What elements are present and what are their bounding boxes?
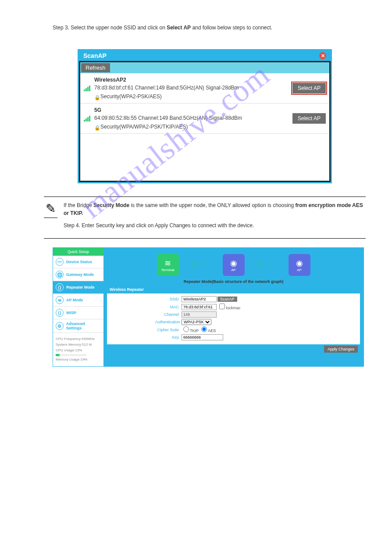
signal-icon	[84, 116, 92, 122]
ap-ssid: WirelessAP2	[94, 76, 292, 84]
topology-ap2: ◉ AP	[289, 254, 310, 276]
apply-changes-button[interactable]: Apply Changes	[324, 346, 358, 353]
step3-text: Step 3. Select the upper node SSID and c…	[53, 24, 366, 32]
ssid-label: SSID	[155, 297, 182, 301]
cpu-freq: CPU Frequency:535MHz	[56, 336, 101, 342]
note-text: If the Bridge Security Mode is the same …	[64, 201, 366, 229]
check-icon: ✓	[192, 262, 198, 268]
sidebar-item-repeater-mode[interactable]: ⟨⟩ Repeater Mode	[53, 281, 103, 294]
lock-icon: 🔒	[94, 124, 99, 129]
wifi-icon: ≋	[164, 258, 171, 268]
sidebar-item-label: AP Mode	[66, 298, 83, 302]
ap-list-item: WirelessAP2 78:d3:8d:bf:cf:61 Channel:14…	[80, 73, 329, 104]
square-icon: ◉	[296, 258, 303, 268]
refresh-button[interactable]: Refresh	[81, 63, 110, 72]
sidebar-item-label: Device Status	[66, 260, 92, 264]
sidebar-item-label: Gateway Mode	[66, 272, 94, 277]
ap-detail: 78:d3:8d:bf:cf:61 Channel:149 Band:5GHz(…	[94, 84, 292, 92]
select-ap-button[interactable]: Select AP	[292, 83, 326, 93]
select-ap-button[interactable]: Select AP	[292, 113, 326, 124]
network-topology: ≋ Terminal ✓← ◉ AP ✓← ◉ AP	[107, 251, 360, 278]
lock-icon: 🔒	[94, 94, 99, 99]
mac-label: MAC	[155, 305, 182, 309]
scanap-button[interactable]: ScanAP	[217, 297, 237, 302]
cipher-label: Cipher Suite	[155, 328, 182, 332]
sidebar-item-ap-mode[interactable]: ≋ AP Mode	[53, 294, 103, 307]
gear-icon: ⚙	[56, 322, 64, 330]
sidebar-item-label: WISP	[66, 311, 76, 315]
lockmac-checkbox[interactable]	[219, 304, 225, 309]
scanap-dialog: ScanAP ✕ Refresh WirelessAP2 78:d3:8d:bf…	[78, 49, 332, 183]
sidebar-quicksetup: Quick Setup	[53, 248, 103, 256]
topology-caption: Repeater Mode(Basic structure of the net…	[107, 278, 360, 286]
sidebar-item-label: Advanced Settings	[66, 322, 101, 330]
channel-label: Channel	[155, 312, 182, 317]
router-ui: Quick Setup 〰 Device Status 🌐 Gateway Mo…	[53, 247, 364, 367]
topology-arrow: ✓←	[192, 261, 210, 269]
panel-title: Wireless Repeater	[107, 286, 360, 293]
authentication-select[interactable]: WPA2-PSK	[182, 319, 211, 325]
sidebar-item-label: Repeater Mode	[66, 285, 95, 290]
topology-terminal: ≋ Terminal	[157, 254, 179, 276]
ap-detail: 64:09:80:52:8b:55 Channel:149 Band:5GHz(…	[94, 114, 292, 122]
sidebar-item-wisp[interactable]: ⟨⟩ WISP	[53, 307, 103, 319]
ap-info: 5G 64:09:80:52:8b:55 Channel:149 Band:5G…	[94, 106, 292, 131]
refresh-bar: Refresh	[80, 62, 329, 73]
cpu-usage-bar	[56, 354, 86, 356]
antenna-icon: ⟨⟩	[56, 283, 64, 291]
cpu-usage: CPU Usage:13%	[56, 348, 101, 354]
topology-arrow: ✓←	[258, 261, 275, 269]
system-stats: CPU Frequency:535MHz System Memory:512 M…	[53, 333, 103, 366]
sidebar-item-gateway-mode[interactable]: 🌐 Gateway Mode	[53, 268, 103, 281]
step4-text: Step 4. Enter Security key and click on …	[64, 222, 366, 229]
close-icon[interactable]: ✕	[319, 52, 326, 59]
square-icon: ◉	[230, 258, 237, 268]
globe-icon: 🌐	[56, 271, 64, 279]
check-icon: ✓	[258, 262, 264, 268]
lockmac-option[interactable]: lockmac	[219, 304, 241, 310]
key-input[interactable]	[182, 334, 223, 340]
channel-input[interactable]	[182, 311, 217, 318]
ap-security: 🔒 Security(WPA2-PSK/AES)	[94, 93, 292, 100]
sidebar-item-device-status[interactable]: 〰 Device Status	[53, 256, 103, 268]
key-label: Key	[155, 335, 182, 340]
ssid-input[interactable]	[182, 296, 217, 302]
pencil-icon: ✎	[44, 201, 57, 218]
ap-info: WirelessAP2 78:d3:8d:bf:cf:61 Channel:14…	[94, 76, 292, 100]
authentication-label: Authentication	[155, 320, 182, 324]
ap-ssid: 5G	[94, 106, 292, 114]
sys-mem: System Memory:512 M	[56, 342, 101, 348]
topology-ap1: ◉ AP	[223, 254, 245, 276]
ap-list-item: 5G 64:09:80:52:8b:55 Channel:149 Band:5G…	[80, 104, 329, 134]
mem-usage: Memory Usage:19%	[56, 357, 101, 363]
scanap-titlebar: ScanAP ✕	[79, 50, 331, 61]
signal-icon	[84, 86, 92, 91]
sidebar: Quick Setup 〰 Device Status 🌐 Gateway Mo…	[53, 248, 103, 366]
status-icon: 〰	[56, 258, 64, 266]
tkip-radio[interactable]	[183, 326, 189, 332]
wifi-icon: ≋	[56, 296, 64, 304]
scanap-title: ScanAP	[83, 52, 107, 59]
content-area: ≋ Terminal ✓← ◉ AP ✓← ◉ AP Repeater Mode…	[103, 248, 363, 366]
mac-input[interactable]	[182, 304, 217, 310]
sidebar-item-advanced-settings[interactable]: ⚙ Advanced Settings	[53, 319, 103, 333]
wireless-repeater-panel: Wireless Repeater SSID ScanAP MAC lockma…	[107, 286, 360, 354]
note-block: ✎ If the Bridge Security Mode is the sam…	[44, 197, 366, 239]
broadcast-icon: ⟨⟩	[56, 309, 64, 317]
aes-radio[interactable]	[201, 326, 207, 332]
ap-security: 🔒 Security(WPA/WPA2-PSK/TKIP/AES)	[94, 123, 292, 131]
